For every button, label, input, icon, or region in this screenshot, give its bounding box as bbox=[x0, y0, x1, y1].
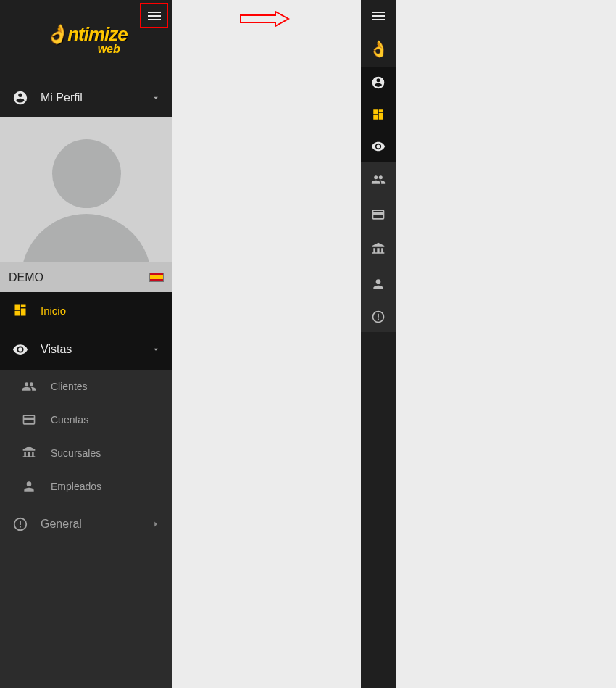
nav-accounts[interactable]: Cuentas bbox=[0, 403, 172, 436]
flag-spain-icon[interactable] bbox=[149, 273, 164, 282]
profile-section-header[interactable]: Mi Perfil bbox=[0, 78, 172, 117]
nav-clients-label: Clientes bbox=[51, 381, 88, 392]
card-icon bbox=[20, 413, 38, 427]
profile-card: DEMO bbox=[0, 117, 172, 292]
nav-branches-mini[interactable] bbox=[361, 232, 396, 267]
nav-views-label: Vistas bbox=[41, 343, 72, 356]
annotation-arrow bbox=[239, 11, 290, 27]
nav-clients-mini[interactable] bbox=[361, 162, 396, 197]
nav-general-label: General bbox=[41, 518, 82, 531]
menu-toggle-button[interactable] bbox=[140, 3, 168, 28]
nav-general-mini[interactable] bbox=[361, 302, 396, 332]
account-icon bbox=[12, 90, 29, 106]
nav-views-section[interactable]: Vistas bbox=[0, 328, 172, 370]
nav-views-mini[interactable] bbox=[361, 130, 396, 162]
profile-name-row: DEMO bbox=[0, 262, 172, 292]
chevron-down-icon bbox=[151, 93, 161, 103]
sidebar-expanded: 👌ntimize web Mi Perfil DEMO Inicio bbox=[0, 0, 172, 688]
nav-clients[interactable]: Clientes bbox=[0, 370, 172, 403]
brand-logo: 👌ntimize web bbox=[45, 23, 128, 56]
nav-employees-mini[interactable] bbox=[361, 267, 396, 302]
person-icon bbox=[20, 479, 38, 494]
nav-home-mini[interactable] bbox=[361, 99, 396, 130]
nav-employees-label: Empleados bbox=[51, 481, 101, 492]
people-icon bbox=[20, 379, 38, 394]
sidebar-collapsed: 👌 bbox=[361, 0, 396, 688]
nav-accounts-label: Cuentas bbox=[51, 414, 88, 426]
profile-section-label: Mi Perfil bbox=[41, 91, 83, 104]
logo-area: 👌ntimize web bbox=[0, 0, 172, 78]
nav-branches[interactable]: Sucursales bbox=[0, 436, 172, 470]
username-label: DEMO bbox=[9, 271, 43, 284]
nav-home[interactable]: Inicio bbox=[0, 292, 172, 328]
chevron-down-icon bbox=[151, 344, 161, 355]
bank-icon bbox=[20, 446, 38, 460]
brand-name: ntimize bbox=[67, 23, 128, 45]
nav-general[interactable]: General bbox=[0, 503, 172, 544]
nav-home-label: Inicio bbox=[41, 304, 66, 317]
dashboard-icon bbox=[12, 303, 29, 318]
chevron-right-icon bbox=[151, 519, 161, 529]
hamburger-icon bbox=[148, 12, 161, 20]
nav-branches-label: Sucursales bbox=[51, 447, 101, 459]
menu-toggle-button-collapsed[interactable] bbox=[361, 0, 396, 32]
hamburger-icon bbox=[372, 12, 385, 20]
nav-accounts-mini[interactable] bbox=[361, 197, 396, 232]
nav-profile-mini[interactable] bbox=[361, 67, 396, 99]
eye-icon bbox=[12, 341, 29, 357]
brand-logo-mini: 👌 bbox=[361, 32, 396, 67]
info-icon bbox=[12, 516, 29, 532]
nav-employees[interactable]: Empleados bbox=[0, 470, 172, 503]
